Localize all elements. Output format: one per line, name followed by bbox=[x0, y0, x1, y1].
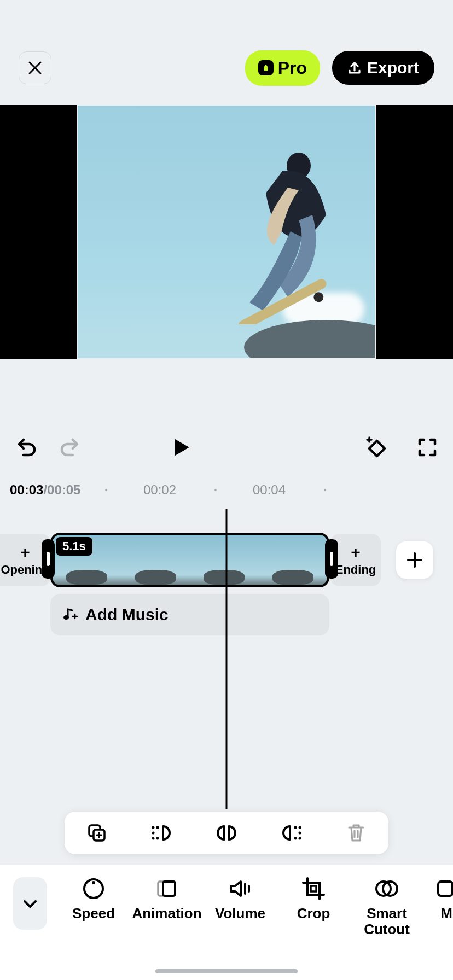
trim-right-icon bbox=[280, 823, 302, 843]
redo-icon bbox=[59, 435, 83, 459]
add-music-label: Add Music bbox=[85, 605, 169, 624]
plus-icon: + bbox=[20, 543, 30, 562]
video-preview-frame[interactable] bbox=[77, 105, 376, 359]
play-icon bbox=[170, 436, 191, 458]
collapse-toolbar-button[interactable] bbox=[13, 877, 47, 930]
tool-speed[interactable]: Speed bbox=[69, 877, 118, 937]
keyframe-icon bbox=[364, 435, 388, 459]
undo-icon bbox=[14, 435, 38, 459]
top-bar: Pro Export bbox=[0, 50, 453, 85]
playback-controls bbox=[0, 431, 453, 464]
tool-crop[interactable]: Crop bbox=[289, 877, 338, 937]
svg-point-12 bbox=[294, 826, 297, 829]
delete-button[interactable] bbox=[345, 822, 367, 844]
volume-icon bbox=[229, 877, 252, 900]
more-icon bbox=[435, 877, 453, 900]
plus-icon bbox=[406, 551, 423, 569]
play-button[interactable] bbox=[168, 435, 193, 460]
plus-icon: + bbox=[351, 543, 361, 562]
svg-point-7 bbox=[152, 826, 154, 829]
split-button[interactable] bbox=[216, 822, 237, 844]
tool-label: Crop bbox=[297, 906, 330, 921]
undo-button[interactable] bbox=[13, 435, 38, 460]
split-icon bbox=[216, 823, 237, 843]
add-clip-button[interactable] bbox=[396, 541, 433, 579]
pro-button[interactable]: Pro bbox=[245, 50, 320, 86]
export-button[interactable]: Export bbox=[332, 51, 434, 85]
tool-label: Speed bbox=[72, 906, 115, 921]
video-preview-area bbox=[0, 105, 453, 359]
preview-ground bbox=[244, 320, 376, 359]
tool-more[interactable]: M bbox=[435, 877, 453, 937]
total-time: 00:05 bbox=[47, 482, 80, 497]
tool-label: Animation bbox=[132, 906, 201, 921]
svg-point-9 bbox=[152, 837, 154, 840]
duplicate-button[interactable] bbox=[86, 822, 108, 844]
home-indicator bbox=[155, 969, 298, 973]
svg-point-16 bbox=[299, 837, 301, 840]
handle-grip-icon bbox=[330, 552, 333, 566]
close-button[interactable] bbox=[19, 51, 51, 84]
ruler-dot bbox=[105, 489, 107, 491]
bottom-toolbar: Speed Animation Volume Crop Smart Cutout… bbox=[0, 865, 453, 980]
tool-smart-cutout[interactable]: Smart Cutout bbox=[362, 877, 411, 937]
svg-point-4 bbox=[63, 615, 69, 620]
clip-thumbnail bbox=[259, 535, 328, 585]
chevron-down-icon bbox=[22, 895, 38, 912]
time-mark: 00:02 bbox=[143, 482, 176, 498]
export-label: Export bbox=[367, 59, 419, 77]
ending-label: Ending bbox=[335, 563, 376, 577]
tool-label: M bbox=[440, 906, 452, 921]
crop-icon bbox=[302, 877, 325, 900]
svg-point-14 bbox=[299, 826, 301, 829]
skater-figure bbox=[217, 138, 342, 324]
svg-point-10 bbox=[156, 826, 159, 829]
trim-left-button[interactable] bbox=[151, 822, 173, 844]
svg-rect-21 bbox=[311, 886, 316, 891]
svg-point-13 bbox=[294, 837, 297, 840]
add-music-track[interactable]: Add Music bbox=[50, 594, 329, 635]
trim-left-icon bbox=[151, 823, 173, 843]
time-ruler: 00:03/00:05 00:02 00:04 bbox=[0, 479, 453, 501]
trim-right-button[interactable] bbox=[280, 822, 302, 844]
svg-rect-24 bbox=[438, 882, 452, 896]
tool-scroll[interactable]: Speed Animation Volume Crop Smart Cutout… bbox=[47, 877, 453, 937]
music-plus-icon bbox=[62, 607, 78, 622]
tool-animation[interactable]: Animation bbox=[142, 877, 191, 937]
add-keyframe-button[interactable] bbox=[363, 435, 388, 460]
time-mark: 00:04 bbox=[253, 482, 286, 498]
tool-label: Smart Cutout bbox=[364, 906, 410, 937]
pro-icon bbox=[258, 60, 274, 75]
ruler-dot bbox=[324, 489, 326, 491]
playhead[interactable] bbox=[226, 509, 228, 809]
clip-handle-right[interactable] bbox=[325, 539, 338, 579]
clip-duration-badge: 5.1s bbox=[56, 537, 92, 556]
pro-label: Pro bbox=[278, 58, 307, 78]
fullscreen-button[interactable] bbox=[415, 435, 440, 460]
duplicate-icon bbox=[87, 823, 107, 843]
handle-grip-icon bbox=[47, 552, 50, 566]
svg-rect-20 bbox=[163, 882, 175, 896]
fullscreen-icon bbox=[416, 436, 438, 458]
svg-point-15 bbox=[299, 832, 301, 835]
clip-thumbnail bbox=[190, 535, 259, 585]
speed-icon bbox=[82, 877, 105, 900]
current-time: 00:03 bbox=[10, 482, 43, 497]
clip-handle-left[interactable] bbox=[42, 539, 55, 579]
timeline[interactable]: + Opening 5.1s + Ending Add Music bbox=[0, 509, 453, 793]
tool-volume[interactable]: Volume bbox=[216, 877, 265, 937]
close-icon bbox=[28, 61, 42, 75]
export-icon bbox=[347, 61, 362, 75]
svg-point-8 bbox=[152, 832, 154, 835]
tool-label: Volume bbox=[215, 906, 265, 921]
clip-thumbnail bbox=[121, 535, 190, 585]
svg-point-18 bbox=[92, 881, 95, 884]
redo-button[interactable] bbox=[58, 435, 83, 460]
clip-toolbar bbox=[65, 812, 388, 854]
animation-icon bbox=[155, 877, 178, 900]
smart-cutout-icon bbox=[375, 877, 398, 900]
trash-icon bbox=[347, 823, 365, 843]
ruler-dot bbox=[214, 489, 217, 491]
header-right-buttons: Pro Export bbox=[245, 50, 434, 86]
svg-point-11 bbox=[156, 837, 159, 840]
